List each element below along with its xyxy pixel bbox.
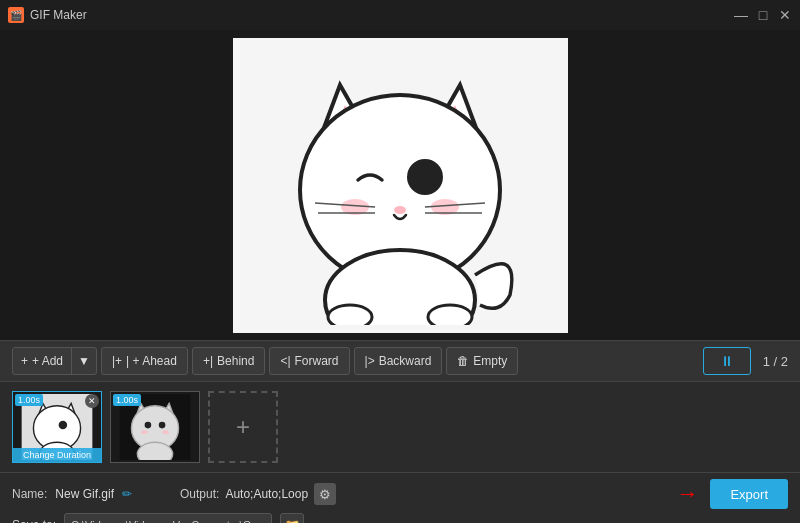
bottom-bar: Name: New Gif.gif ✏ Output: Auto;Auto;Lo… xyxy=(0,472,800,523)
save-path-dropdown[interactable]: C:\Vidmore\Vidmore V... Converter\GIF Ma… xyxy=(64,513,272,523)
svg-point-5 xyxy=(407,159,443,195)
svg-point-32 xyxy=(137,442,172,460)
save-row: Save to: C:\Vidmore\Vidmore V... Convert… xyxy=(12,513,788,523)
name-row: Name: New Gif.gif ✏ Output: Auto;Auto;Lo… xyxy=(12,479,788,509)
backward-button[interactable]: |> Backward xyxy=(354,347,443,375)
backward-icon: |> xyxy=(365,354,375,368)
edit-name-button[interactable]: ✏ xyxy=(122,487,132,501)
svg-point-31 xyxy=(162,430,169,434)
svg-point-29 xyxy=(159,422,166,429)
page-indicator: 1 / 2 xyxy=(763,354,788,369)
frame-duration: 1.00s xyxy=(113,394,141,406)
frame-duration: 1.00s xyxy=(15,394,43,406)
forward-icon: <| xyxy=(280,354,290,368)
frame-close-button[interactable]: ✕ xyxy=(85,394,99,408)
svg-point-28 xyxy=(145,422,152,429)
name-value: New Gif.gif xyxy=(55,487,114,501)
backward-label: Backward xyxy=(379,354,432,368)
behind-label: Behind xyxy=(217,354,254,368)
add-dropdown-arrow[interactable]: ▼ xyxy=(72,348,96,374)
frame-label: Change Duration xyxy=(13,448,101,462)
export-arrow: → xyxy=(676,481,698,507)
preview-area xyxy=(0,30,800,340)
add-button-main[interactable]: + + Add xyxy=(13,348,72,374)
empty-label: Empty xyxy=(473,354,507,368)
save-path-text: C:\Vidmore\Vidmore V... Converter\GIF Ma… xyxy=(71,519,251,523)
trash-icon: 🗑 xyxy=(457,354,469,368)
add-button[interactable]: + + Add ▼ xyxy=(12,347,97,375)
output-section: Output: Auto;Auto;Loop ⚙ xyxy=(180,483,336,505)
svg-point-30 xyxy=(141,430,148,434)
cat-illustration xyxy=(250,45,550,325)
ahead-label: | + Ahead xyxy=(126,354,177,368)
dropdown-arrow: ▼ xyxy=(255,520,265,524)
svg-point-8 xyxy=(394,206,406,214)
svg-point-20 xyxy=(59,421,67,429)
behind-button[interactable]: +| Behind xyxy=(192,347,266,375)
behind-icon: +| xyxy=(203,354,213,368)
preview-image xyxy=(233,38,568,333)
title-bar-controls: — □ ✕ xyxy=(734,8,792,22)
browse-folder-button[interactable]: 📁 xyxy=(280,513,304,523)
toolbar: + + Add ▼ |+ | + Ahead +| Behind <| Forw… xyxy=(0,340,800,382)
plus-icon: + xyxy=(21,354,28,368)
frame-item[interactable]: 1.00s ✕ Change Duration xyxy=(12,391,102,463)
svg-point-15 xyxy=(428,305,472,325)
close-button[interactable]: ✕ xyxy=(778,8,792,22)
output-label: Output: xyxy=(180,487,219,501)
forward-label: Forward xyxy=(295,354,339,368)
app-title: GIF Maker xyxy=(30,8,87,22)
output-settings-button[interactable]: ⚙ xyxy=(314,483,336,505)
output-value: Auto;Auto;Loop xyxy=(225,487,308,501)
export-button[interactable]: Export xyxy=(710,479,788,509)
add-label: + Add xyxy=(32,354,63,368)
forward-button[interactable]: <| Forward xyxy=(269,347,349,375)
add-frame-button[interactable]: + xyxy=(208,391,278,463)
pause-button[interactable]: ⏸ xyxy=(703,347,751,375)
title-bar: 🎬 GIF Maker — □ ✕ xyxy=(0,0,800,30)
app-icon: 🎬 xyxy=(8,7,24,23)
name-label: Name: xyxy=(12,487,47,501)
empty-button[interactable]: 🗑 Empty xyxy=(446,347,518,375)
title-bar-left: 🎬 GIF Maker xyxy=(8,7,87,23)
ahead-button[interactable]: |+ | + Ahead xyxy=(101,347,188,375)
svg-point-14 xyxy=(328,305,372,325)
minimize-button[interactable]: — xyxy=(734,8,748,22)
frame-item[interactable]: 1.00s xyxy=(110,391,200,463)
save-label: Save to: xyxy=(12,518,56,523)
maximize-button[interactable]: □ xyxy=(756,8,770,22)
frames-area: 1.00s ✕ Change Duration 1.00s xyxy=(0,382,800,472)
ahead-icon: |+ xyxy=(112,354,122,368)
pause-icon: ⏸ xyxy=(720,353,734,369)
